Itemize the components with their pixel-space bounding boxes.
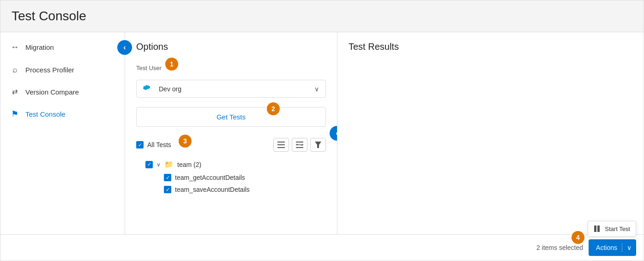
all-tests-label: All Tests: [147, 141, 171, 148]
group-checkbox[interactable]: ✓: [145, 161, 153, 168]
process-profiler-icon: ⌕: [10, 65, 20, 75]
tests-header: ✓ All Tests 3: [136, 138, 326, 152]
items-selected-text: 2 items selected: [536, 244, 583, 251]
svg-rect-0: [277, 142, 285, 142]
options-panel: Options Test User 1 Dev org: [125, 32, 337, 234]
sidebar-item-label: Version Compare: [25, 88, 79, 96]
page-title: Test Console: [12, 9, 632, 24]
sidebar-item-migration[interactable]: ↔ Migration ‹: [0, 36, 125, 59]
svg-marker-7: [315, 142, 321, 148]
select-all-button[interactable]: [273, 138, 289, 152]
step3-badge: 3: [179, 135, 192, 148]
test2-checkbox[interactable]: ✓: [164, 186, 171, 193]
actions-chevron-icon[interactable]: ∨: [622, 244, 636, 251]
svg-rect-3: [296, 142, 303, 142]
test-item-2[interactable]: ✓ team_saveAccountDetails: [164, 184, 326, 196]
all-tests-checkbox[interactable]: ✓: [136, 141, 144, 148]
sidebar-item-process-profiler[interactable]: ⌕ Process Profiler: [0, 59, 125, 81]
test1-label: team_getAccountDetails: [175, 174, 245, 181]
sidebar-item-version-compare[interactable]: ⇄ Version Compare: [0, 81, 125, 102]
svg-rect-2: [277, 147, 285, 148]
main-layout: ↔ Migration ‹ ⌕ Process Profiler ⇄ Versi…: [0, 32, 644, 234]
svg-rect-5: [296, 147, 303, 148]
deselect-icon: [296, 142, 303, 148]
start-test-label: Start Test: [605, 225, 630, 232]
actions-button[interactable]: Actions ∨: [589, 239, 636, 256]
sidebar: ↔ Migration ‹ ⌕ Process Profiler ⇄ Versi…: [0, 32, 125, 234]
test1-checkbox[interactable]: ✓: [164, 174, 171, 181]
actions-label: Actions: [596, 244, 622, 251]
test-user-label: Test User 1: [136, 61, 178, 74]
content-area: Options Test User 1 Dev org: [125, 32, 644, 234]
footer-bar: Start Test 4 2 items selected Actions ∨: [0, 234, 644, 261]
sidebar-item-label: Migration: [25, 43, 54, 51]
start-test-popup: Start Test: [588, 221, 636, 237]
sidebar-item-label: Process Profiler: [25, 66, 74, 74]
options-collapse-button[interactable]: ‹: [330, 126, 337, 141]
start-test-icon: [594, 225, 601, 232]
test-console-icon: ⚑: [10, 109, 20, 119]
step1-badge: 1: [165, 58, 178, 71]
selected-org-text: Dev org: [159, 85, 181, 93]
folder-icon: 📁: [164, 160, 174, 169]
svg-rect-1: [277, 144, 285, 145]
sidebar-collapse-button[interactable]: ‹: [117, 40, 132, 55]
dropdown-chevron-icon: ∨: [314, 85, 319, 93]
tests-section: ✓ All Tests 3: [136, 138, 326, 196]
sidebar-item-label: Test Console: [25, 110, 66, 118]
test-item-1[interactable]: ✓ team_getAccountDetails: [164, 172, 326, 184]
select-all-icon: [277, 142, 285, 148]
group-row[interactable]: ✓ ∨ 📁 team (2): [145, 157, 326, 172]
results-panel: Test Results: [337, 32, 644, 234]
filter-icon: [315, 142, 321, 148]
header: Test Console: [0, 0, 644, 32]
get-tests-button[interactable]: Get Tests: [136, 107, 326, 127]
sidebar-item-test-console[interactable]: ⚑ Test Console: [0, 102, 125, 125]
filter-button[interactable]: [310, 138, 326, 152]
step2-badge: 2: [267, 102, 280, 115]
group-name: team (2): [177, 161, 201, 168]
svg-rect-9: [597, 225, 600, 232]
chevron-down-icon[interactable]: ∨: [156, 161, 161, 168]
step4-badge: 4: [572, 231, 584, 244]
deselect-button[interactable]: [292, 138, 307, 152]
salesforce-cloud-logo: [143, 85, 154, 93]
migration-icon: ↔: [10, 42, 20, 52]
results-title: Test Results: [349, 42, 632, 52]
org-dropdown[interactable]: Dev org ∨: [136, 80, 326, 98]
options-title: Options: [136, 42, 326, 52]
test2-label: team_saveAccountDetails: [175, 186, 250, 193]
version-compare-icon: ⇄: [10, 88, 20, 96]
svg-rect-8: [594, 225, 596, 232]
